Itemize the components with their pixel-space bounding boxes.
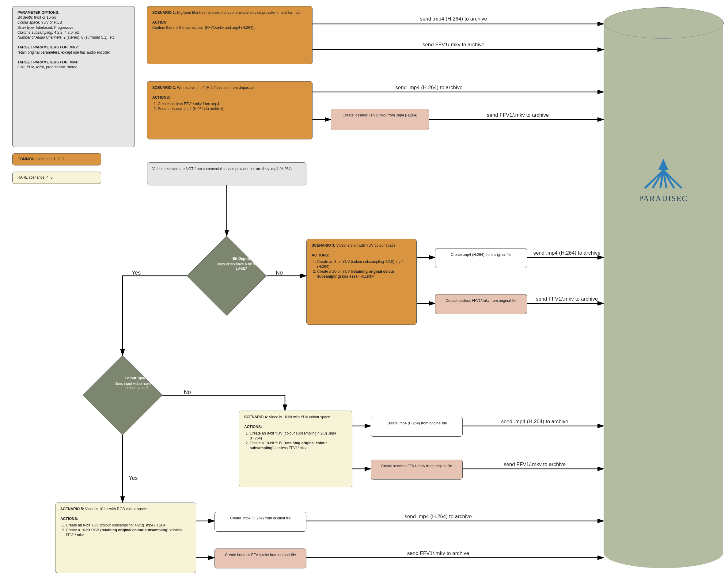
scenario-4-substep-mp4: Create .mp4 (H.264) from original file (371, 417, 463, 437)
target-mp4-text: 8-bit, YUV, 4:2:0, progressive, stereo (18, 65, 130, 70)
decision-bit-depth-question: Does video have a bit depth of 10-bit? (213, 262, 269, 270)
opt-colourspace-value: YUV or RGB (41, 20, 62, 25)
opt-audiochan-value: 2 (stereo), 6 (surround 5.1), etc. (63, 35, 115, 40)
scenario-5-substep-mp4: Create .mp4 (H.264) from original file (214, 512, 306, 532)
s3-out-mp4: send .mp4 (H.264) to archive (527, 250, 607, 256)
opt-scantype-label: Scan type: (18, 25, 35, 30)
s2-out-mp4: send .mp4 (H.264) to archive (343, 84, 515, 91)
scenario-4-title: SCENARIO 4: (244, 415, 268, 419)
scenario-1-action-heading: ACTION: (152, 20, 307, 25)
scenario-4-substep-mkv: Create lossless FFV1/.mkv from original … (371, 460, 463, 479)
scenario-4-action-heading: ACTIONS: (244, 424, 347, 429)
target-mkv-heading: TARGET PARAMETERS FOR .MKV: (18, 45, 130, 50)
s4-out-mkv: send FFV1/.mkv to archive (466, 462, 604, 468)
paradisec-logo-icon (639, 158, 688, 191)
scenario-5-substep-mkv: Create lossless FFV1/.mkv from original … (214, 549, 306, 569)
opt-chroma-value: 4:2:2, 4:2:0, etc. (54, 30, 81, 35)
scenario-3-substep-mp4: Create .mp4 (H.264) from original file (435, 248, 527, 268)
decision-colour-space-title: Colour Space: (109, 376, 164, 380)
bit-depth-yes-label: Yes (132, 270, 140, 276)
legend-rare: RARE scenarios: 4, 5 (12, 172, 101, 184)
opt-scantype-value: Interlaced, Progressive (36, 25, 74, 30)
scenario-3-condition: Video is 8-bit with YUV colour space (336, 243, 395, 247)
scenario-3-action-heading: ACTIONS: (312, 253, 412, 258)
opt-chroma-label: Chroma subsampling: (18, 30, 53, 35)
opt-audiochan-label: Number of Audio Channels: (18, 35, 62, 40)
colour-space-yes-label: Yes (129, 475, 137, 481)
colour-space-no-label: No (184, 389, 191, 396)
scenario-2-title: SCENARIO 2: (152, 85, 176, 90)
scenario-3-action-1: Create an 8-bit YUV (colour subsampling … (317, 259, 412, 269)
scenario-4-condition: Video is 10-bit with YUV colour space (269, 415, 330, 419)
scenario-1-title: SCENARIO 1: (152, 10, 176, 15)
scenario-2-action-1: Create lossless FFV1/.mkv from .mp4 (158, 101, 307, 106)
scenario-5-title: SCENARIO 5: (60, 507, 84, 511)
s3-out-mkv: send FFV1/.mkv to archive (527, 296, 607, 302)
svg-marker-20 (658, 159, 668, 170)
scenario-3-substep-mkv: Create lossless FFV1/.mkv from original … (435, 294, 527, 314)
s1-out-mp4: send .mp4 (H.264) to archive (368, 16, 539, 22)
scenario-5: SCENARIO 5: Video is 10-bit with RGB col… (55, 502, 196, 573)
scenario-5-action-heading: ACTIONS: (60, 516, 191, 521)
scenario-5-action-2: Create a 10-bit RGB (retaining original … (66, 528, 191, 537)
scenario-2-substep: Create lossless FFV1/.mkv from .mp4 (H.2… (331, 109, 429, 130)
scenario-1: SCENARIO 1: Digitised film files receive… (147, 6, 313, 64)
scenario-4-action-1: Create an 8-bit YUV (colour subsampling … (250, 431, 347, 441)
decision-bit-depth: Bit Depth: Does video have a bit depth o… (187, 236, 266, 316)
opt-bitdepth-value: 8-bit or 10-bit (34, 15, 56, 20)
archive-cylinder: PARADISEC (604, 7, 723, 568)
scenario-1-action-text: Confirm there is the correct pair (FFV1/… (152, 25, 307, 30)
scenario-2-action-2: Send .mkv and .mp4 (H.264) to archive] (158, 106, 307, 111)
s4-out-mp4: send .mp4 (H.264) to archive (466, 419, 604, 425)
archive-name: PARADISEC (604, 194, 723, 203)
legend-common: COMMON scenarios: 1, 2, 3 (12, 153, 101, 165)
scenario-2-action-heading: ACTIONS: (152, 95, 307, 100)
decision-colour-space: Colour Space: Does input video have RGB … (83, 356, 162, 435)
s1-out-mkv: send FFV1/.mkv to archive (368, 42, 539, 48)
scenario-1-condition: Digitised film files received from comme… (177, 10, 301, 15)
scenario-5-condition: Video is 10-bit with RGB colour space (85, 507, 147, 511)
s5-out-mkv: send FFV1/.mkv to archive (331, 550, 545, 556)
parameter-options-heading: PARAMETER OPTIONS: (18, 10, 130, 15)
scenario-5-action-1: Create an 8-bit YUV (colour subsampling:… (66, 523, 191, 528)
parameter-options-panel: PARAMETER OPTIONS: Bit depth: 8-bit or 1… (12, 6, 135, 147)
target-mkv-text: retain original parameters, except use f… (18, 50, 130, 55)
s5-out-mp4: send .mp4 (H.264) to archive (331, 514, 545, 520)
bit-depth-no-label: No (276, 270, 283, 276)
scenario-3-action-2: Create a 10-bit YUV (retaining original … (317, 269, 412, 279)
decision-bit-depth-title: Bit Depth: (213, 257, 269, 261)
start-node: Videos received are NOT from commercial … (147, 162, 306, 185)
scenario-2-condition: We receive .mp4 (H.264) videos from depo… (177, 85, 254, 90)
s2-out-mkv: send FFV1/.mkv to archive (447, 112, 588, 118)
target-mp4-heading: TARGET PARAMETERS FOR .MP4: (18, 60, 130, 65)
scenario-4-action-2: Create a 10-bit YUV (retaining original … (250, 441, 347, 450)
opt-bitdepth-label: Bit depth: (18, 15, 33, 20)
scenario-4: SCENARIO 4: Video is 10-bit with YUV col… (239, 411, 353, 487)
scenario-3: SCENARIO 3: Video is 8-bit with YUV colo… (306, 239, 417, 325)
scenario-2: SCENARIO 2: We receive .mp4 (H.264) vide… (147, 81, 313, 139)
opt-colourspace-label: Colour space: (18, 20, 40, 25)
scenario-3-title: SCENARIO 3: (312, 243, 335, 247)
decision-colour-space-question: Does input video have RGB colour space? (109, 382, 164, 390)
